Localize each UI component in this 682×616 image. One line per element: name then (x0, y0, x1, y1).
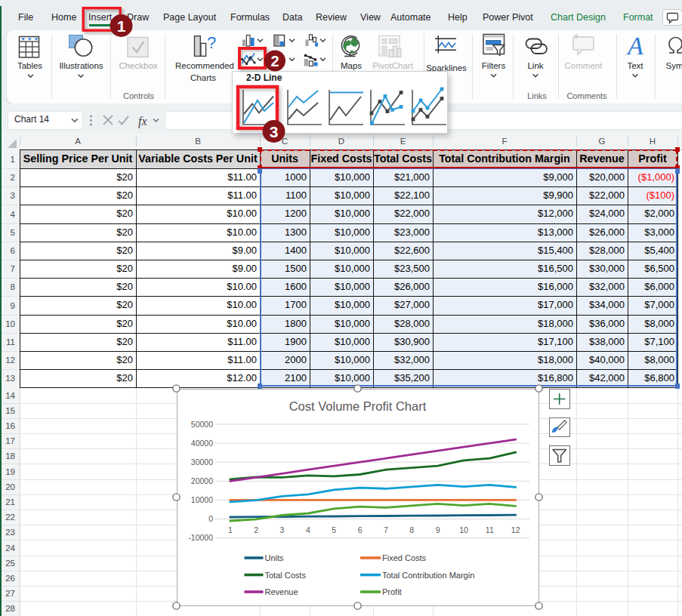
svg-text:-10000: -10000 (188, 533, 213, 542)
svg-text:9: 9 (436, 525, 440, 534)
svg-text:Total Contribution Margin: Total Contribution Margin (382, 571, 474, 580)
svg-text:0: 0 (208, 514, 213, 523)
svg-text:8: 8 (409, 525, 414, 534)
svg-text:Revenue: Revenue (265, 587, 298, 596)
svg-text:50000: 50000 (191, 420, 213, 429)
svg-text:30000: 30000 (191, 457, 213, 467)
svg-text:11: 11 (486, 525, 494, 534)
svg-text:20000: 20000 (191, 476, 213, 485)
svg-text:A: A (626, 32, 643, 60)
svg-text:Profit: Profit (382, 587, 402, 596)
svg-text:5: 5 (332, 525, 336, 534)
svg-text:6: 6 (358, 525, 363, 534)
svg-text:3: 3 (270, 123, 279, 140)
svg-text:2: 2 (270, 53, 279, 69)
svg-text:3: 3 (280, 525, 285, 534)
svg-text:1: 1 (228, 525, 233, 534)
svg-text:40000: 40000 (191, 439, 213, 448)
svg-text:2: 2 (254, 525, 258, 534)
svg-text:10000: 10000 (191, 495, 213, 504)
svg-text:fx: fx (138, 115, 147, 128)
svg-text:7: 7 (384, 525, 388, 534)
svg-text:Cost Volume Profit Chart: Cost Volume Profit Chart (289, 399, 427, 413)
svg-text:4: 4 (306, 525, 310, 534)
svg-text:12: 12 (511, 525, 520, 534)
svg-text:1: 1 (117, 17, 126, 35)
svg-text:Units: Units (265, 553, 285, 562)
svg-text:10: 10 (459, 525, 468, 534)
svg-text:Fixed Costs: Fixed Costs (382, 553, 427, 562)
svg-text:Total Costs: Total Costs (265, 571, 307, 580)
svg-text:?: ? (207, 33, 216, 52)
